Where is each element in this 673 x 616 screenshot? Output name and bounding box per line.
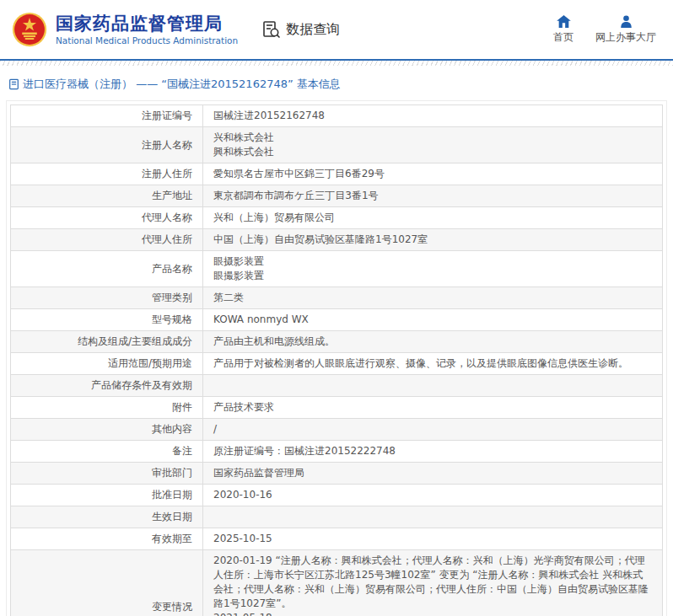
field-value: 愛知県名古屋市中区錦三丁目6番29号 [203,163,663,185]
value-line: 眼撮影装置 [213,269,652,283]
value-line: 愛知県名古屋市中区錦三丁目6番29号 [213,167,652,181]
field-label: 适用范围/预期用途 [11,353,203,375]
value-line: 2020-01-19 “注册人名称：興和株式会社；代理人名称：兴和（上海）光学商… [213,554,652,611]
field-value [203,375,663,397]
field-label: 产品名称 [11,251,203,287]
table-row: 产品储存条件及有效期 [11,375,663,397]
registration-info-table: 注册证编号国械注进20152162748注册人名称兴和株式会社興和株式会社注册人… [10,104,663,616]
field-label: 代理人住所 [11,229,203,251]
value-line: 眼摄影装置 [213,254,652,269]
field-value: 東京都調布市調布ケ丘三丁目3番1号 [203,185,663,207]
field-label: 注册证编号 [11,105,203,127]
nav-home[interactable]: 首页 [553,15,573,45]
field-label: 结构及组成/主要组成成分 [11,331,203,353]
field-label: 型号规格 [11,309,203,331]
field-value: 国械注进20152162748 [203,105,663,127]
field-value: / [203,419,663,441]
value-line: 原注册证编号：国械注进20152222748 [213,444,652,458]
field-label: 变更情况 [11,550,203,616]
value-line [213,378,652,393]
field-label: 代理人名称 [11,207,203,229]
data-query-label: 数据查询 [286,21,340,39]
site-subtitle: National Medical Products Administration [56,35,238,46]
value-line: / [213,422,652,437]
field-value: 2020-10-16 [203,485,663,506]
table-row: 生产地址東京都調布市調布ケ丘三丁目3番1号 [11,185,663,207]
value-line: 产品技术要求 [213,400,652,415]
field-value: 中国（上海）自由贸易试验区基隆路1号1027室 [203,229,663,251]
content-wrapper: 注册证编号国械注进20152162748注册人名称兴和株式会社興和株式会社注册人… [6,100,667,616]
value-line: 2020-10-16 [213,488,652,502]
value-line: 2021-05-18 [213,611,652,616]
field-value: KOWA nonmyd WX [203,309,663,331]
field-label: 注册人名称 [11,127,203,163]
nmpa-emblem-logo [12,12,47,47]
site-title: 国家药品监督管理局 [56,13,238,35]
field-label: 管理类别 [11,287,203,309]
value-line: 第二类 [213,291,652,305]
data-query-icon [261,19,282,40]
field-value: 产品技术要求 [203,397,663,419]
table-row: 备注原注册证编号：国械注进20152222748 [11,441,663,463]
table-row: 审批部门国家药品监督管理局 [11,463,663,485]
table-row: 有效期至2025-10-15 [11,528,663,550]
nav-service-hall-label: 网上办事大厅 [595,30,656,45]
table-row: 附件产品技术要求 [11,397,663,419]
data-query-nav[interactable]: 数据查询 [261,19,340,40]
table-row: 产品名称眼摄影装置眼撮影装置 [11,251,663,287]
field-value: 产品由主机和电源线组成。 [203,331,663,353]
table-row: 管理类别第二类 [11,287,663,309]
value-line: 中国（上海）自由贸易试验区基隆路1号1027室 [213,233,652,247]
field-label: 生效日期 [11,506,203,528]
user-icon [620,15,633,28]
site-header: 国家药品监督管理局 National Medical Products Admi… [0,0,673,59]
table-row: 型号规格KOWA nonmyd WX [11,309,663,331]
value-line: 国械注进20152162748 [213,109,652,123]
field-label: 其他内容 [11,419,203,441]
value-line: 2025-10-15 [213,532,652,546]
nav-service-hall[interactable]: 网上办事大厅 [595,15,656,45]
value-line: 国家药品监督管理局 [213,466,652,480]
field-value: 第二类 [203,287,663,309]
table-row: 注册人住所愛知県名古屋市中区錦三丁目6番29号 [11,163,663,185]
value-line: 产品由主机和电源线组成。 [213,335,652,349]
field-value: 国家药品监督管理局 [203,463,663,485]
field-label: 批准日期 [11,485,203,506]
table-row: 代理人住所中国（上海）自由贸易试验区基隆路1号1027室 [11,229,663,251]
value-line: 興和株式会社 [213,145,652,159]
table-row: 注册证编号国械注进20152162748 [11,105,663,127]
value-line: 兴和株式会社 [213,131,652,145]
document-icon [8,78,19,90]
value-line: 产品用于对被检测者的人眼眼底进行观察、摄像、记录，以及提供眼底图像信息供医生诊断… [213,356,652,371]
value-line [213,510,652,524]
value-line: 東京都調布市調布ケ丘三丁目3番1号 [213,189,652,203]
field-label: 产品储存条件及有效期 [11,375,203,397]
table-row: 其他内容/ [11,419,663,441]
field-label: 附件 [11,397,203,419]
field-value: 兴和（上海）贸易有限公司 [203,207,663,229]
field-value [203,506,663,528]
field-value: 2025-10-15 [203,528,663,550]
field-value: 眼摄影装置眼撮影装置 [203,251,663,287]
breadcrumb-text: 进口医疗器械（注册） —— “国械注进20152162748” 基本信息 [23,77,341,92]
table-row: 结构及组成/主要组成成分产品由主机和电源线组成。 [11,331,663,353]
field-value: 原注册证编号：国械注进20152222748 [203,441,663,463]
nav-home-label: 首页 [553,30,573,45]
field-value: 2020-01-19 “注册人名称：興和株式会社；代理人名称：兴和（上海）光学商… [203,550,663,616]
table-row: 代理人名称兴和（上海）贸易有限公司 [11,207,663,229]
site-title-block: 国家药品监督管理局 National Medical Products Admi… [56,13,238,46]
table-row: 注册人名称兴和株式会社興和株式会社 [11,127,663,163]
breadcrumb: 进口医疗器械（注册） —— “国械注进20152162748” 基本信息 [0,66,673,100]
table-row: 适用范围/预期用途产品用于对被检测者的人眼眼底进行观察、摄像、记录，以及提供眼底… [11,353,663,375]
field-label: 生产地址 [11,185,203,207]
value-line: 兴和（上海）贸易有限公司 [213,211,652,225]
field-value: 兴和株式会社興和株式会社 [203,127,663,163]
field-label: 注册人住所 [11,163,203,185]
field-label: 有效期至 [11,528,203,550]
field-value: 产品用于对被检测者的人眼眼底进行观察、摄像、记录，以及提供眼底图像信息供医生诊断… [203,353,663,375]
table-row: 变更情况2020-01-19 “注册人名称：興和株式会社；代理人名称：兴和（上海… [11,550,663,616]
value-line: KOWA nonmyd WX [213,313,652,327]
home-icon [557,15,571,28]
table-row: 生效日期 [11,506,663,528]
field-label: 审批部门 [11,463,203,485]
